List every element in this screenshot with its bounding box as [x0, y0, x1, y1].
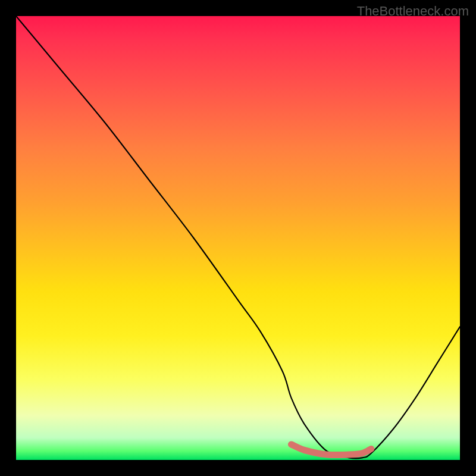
- chart-plot-area: [16, 16, 460, 460]
- chart-svg: [16, 16, 460, 460]
- optimal-zone-highlight: [292, 444, 371, 455]
- watermark-text: TheBottleneck.com: [357, 4, 469, 19]
- bottleneck-curve-line: [16, 16, 460, 458]
